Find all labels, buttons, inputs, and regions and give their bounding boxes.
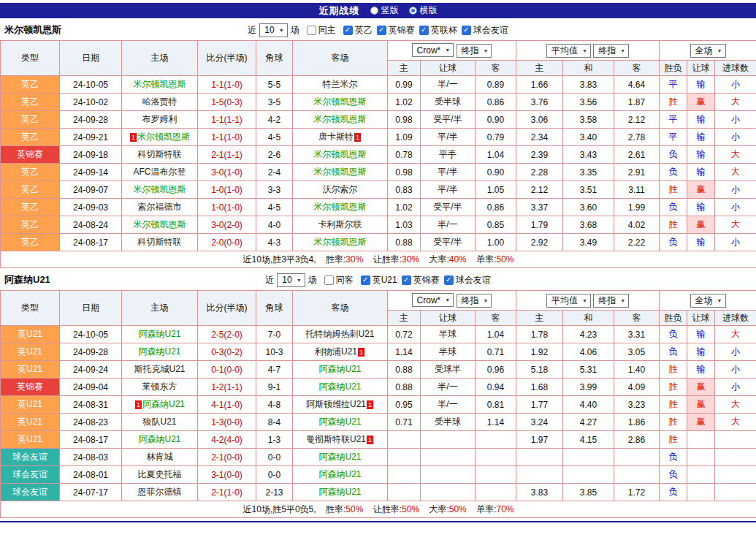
- team-name[interactable]: AFC温布尔登: [134, 167, 186, 177]
- league-filter[interactable]: ✓球会友谊: [444, 274, 491, 286]
- match-type: 英U21: [1, 361, 60, 379]
- team-name[interactable]: 阿森纳U21: [318, 364, 361, 374]
- team-name[interactable]: 狼队U21: [142, 417, 176, 427]
- team-name[interactable]: 布罗姆利: [142, 114, 177, 124]
- team-name[interactable]: 阿森纳U21: [138, 346, 180, 357]
- team-name[interactable]: 科切斯特联: [138, 237, 182, 247]
- team-name[interactable]: 利物浦U21: [315, 346, 357, 357]
- team-name[interactable]: 托特纳姆热刺U21: [305, 329, 374, 339]
- checkbox-icon[interactable]: ✓: [402, 275, 411, 285]
- team-name[interactable]: 特兰米尔: [323, 79, 358, 89]
- team-name[interactable]: 唐卡斯特: [318, 132, 354, 142]
- team-name[interactable]: 阿森纳U21: [318, 469, 361, 479]
- team-name[interactable]: 阿斯顿维拉U21: [306, 399, 366, 409]
- league-filter[interactable]: ✓球会友谊: [462, 24, 508, 37]
- match-score[interactable]: 1-1(1-0): [198, 129, 256, 146]
- checkbox-icon[interactable]: ✓: [419, 26, 429, 35]
- match-score[interactable]: 1-0(1-0): [198, 199, 256, 216]
- team-name[interactable]: 阿森纳U21: [318, 452, 361, 462]
- match-count-select[interactable]: 10 ▼: [277, 273, 305, 287]
- league-filter[interactable]: ✓英锦赛: [377, 24, 415, 37]
- team-name[interactable]: 曼彻斯特联U21: [306, 434, 366, 444]
- match-score[interactable]: 1-0(1-0): [198, 181, 256, 199]
- radio-icon[interactable]: [370, 7, 378, 15]
- team-name[interactable]: 恩菲尔德镇: [138, 487, 182, 497]
- match-score[interactable]: 2-5(2-0): [198, 326, 256, 343]
- odds-source-select[interactable]: Crow*▼: [412, 293, 454, 307]
- match-score[interactable]: 0-1(0-0): [198, 361, 256, 379]
- team-name[interactable]: 阿森纳U21: [138, 434, 180, 444]
- league-filter[interactable]: ✓英锦赛: [402, 274, 440, 286]
- match-score[interactable]: 3-0(1-0): [198, 164, 256, 181]
- result-scope-select[interactable]: 全场▼: [690, 294, 726, 308]
- match-score[interactable]: 1-2(1-1): [198, 379, 256, 396]
- same-venue-filter[interactable]: 同客: [324, 274, 354, 286]
- match-score[interactable]: 2-1(1-0): [198, 484, 256, 501]
- page-title: 近期战绩: [319, 4, 360, 18]
- match-score[interactable]: 2-1(0-0): [198, 449, 256, 466]
- team-name[interactable]: 米尔顿凯恩斯: [314, 114, 367, 124]
- result-handicap: [687, 466, 715, 484]
- odds-kind-select[interactable]: 终指▼: [457, 44, 492, 58]
- avg-kind-select[interactable]: 终指▼: [593, 44, 629, 58]
- team-name[interactable]: 科切斯特联: [138, 149, 182, 159]
- match-score[interactable]: 4-1(1-0): [198, 396, 256, 414]
- view-radio-horizontal[interactable]: 横版: [409, 4, 438, 17]
- match-score[interactable]: 3-0(2-0): [198, 216, 256, 234]
- match-score[interactable]: 0-3(0-2): [198, 343, 256, 361]
- checkbox-icon[interactable]: ✓: [343, 26, 353, 35]
- team-name[interactable]: 索尔福德市: [138, 202, 182, 212]
- match-score[interactable]: 1-5(0-3): [198, 94, 256, 111]
- team-name[interactable]: 沃尔索尔: [323, 184, 358, 194]
- result-handicap: 输: [687, 326, 715, 343]
- match-score[interactable]: 3-1(0-0): [198, 466, 256, 484]
- match-score[interactable]: 1-1(1-0): [198, 76, 256, 94]
- radio-icon[interactable]: [409, 7, 417, 15]
- league-filter[interactable]: ✓英联杯: [419, 24, 457, 37]
- team-name[interactable]: 米尔顿凯恩斯: [134, 184, 186, 194]
- team-name[interactable]: 米尔顿凯恩斯: [314, 167, 367, 177]
- checkbox-icon[interactable]: ✓: [361, 275, 370, 285]
- result-scope-select[interactable]: 全场▼: [690, 44, 726, 58]
- team-name[interactable]: 卡利斯尔联: [318, 219, 362, 229]
- result-handicap: 输: [687, 111, 715, 129]
- team-name[interactable]: 米尔顿凯恩斯: [314, 202, 367, 212]
- avg-source-select[interactable]: 平均值▼: [546, 294, 591, 308]
- same-filter-checkbox[interactable]: [307, 26, 316, 35]
- match-score[interactable]: 4-2(4-0): [198, 431, 256, 449]
- checkbox-icon[interactable]: ✓: [444, 275, 454, 285]
- team-name[interactable]: 米尔顿凯恩斯: [314, 149, 367, 159]
- team-name[interactable]: 阿森纳U21: [318, 417, 361, 427]
- team-name[interactable]: 米尔顿凯恩斯: [134, 219, 186, 229]
- avg-source-select[interactable]: 平均值▼: [546, 44, 591, 58]
- odds-kind-select[interactable]: 终指▼: [457, 294, 492, 308]
- league-filter[interactable]: ✓英U21: [361, 274, 397, 286]
- same-filter-checkbox[interactable]: [324, 275, 334, 285]
- team-name[interactable]: 阿森纳U21: [138, 329, 180, 339]
- checkbox-icon[interactable]: ✓: [462, 26, 471, 35]
- avg-kind-select[interactable]: 终指▼: [593, 294, 629, 308]
- team-name[interactable]: 斯托克城U21: [134, 364, 185, 374]
- near-label: 近: [248, 24, 256, 37]
- team-name[interactable]: 阿森纳U21: [318, 487, 361, 497]
- league-filter[interactable]: ✓英乙: [343, 24, 373, 37]
- same-venue-filter[interactable]: 同主: [307, 24, 336, 37]
- checkbox-icon[interactable]: ✓: [377, 26, 386, 35]
- team-name[interactable]: 比夏史托福: [138, 469, 182, 479]
- team-name[interactable]: 林肯城: [147, 452, 173, 462]
- team-name[interactable]: 莱顿东方: [142, 381, 177, 392]
- team-name[interactable]: 阿森纳U21: [142, 399, 185, 409]
- team-name[interactable]: 阿森纳U21: [318, 381, 361, 392]
- team-name[interactable]: 米尔顿凯恩斯: [314, 237, 367, 247]
- odds-source-select[interactable]: Crow*▼: [412, 43, 454, 57]
- team-name[interactable]: 米尔顿凯恩斯: [137, 132, 190, 142]
- team-name[interactable]: 米尔顿凯恩斯: [314, 96, 367, 107]
- match-score[interactable]: 2-0(0-0): [198, 234, 256, 251]
- match-score[interactable]: 2-1(1-1): [198, 146, 256, 164]
- match-score[interactable]: 1-1(1-1): [198, 111, 256, 129]
- match-score[interactable]: 1-3(0-0): [198, 414, 256, 431]
- team-name[interactable]: 米尔顿凯恩斯: [134, 79, 186, 89]
- match-count-select[interactable]: 10 ▼: [259, 23, 287, 37]
- view-radio-vertical[interactable]: 竖版: [370, 4, 399, 17]
- team-name[interactable]: 哈洛贾特: [142, 96, 177, 107]
